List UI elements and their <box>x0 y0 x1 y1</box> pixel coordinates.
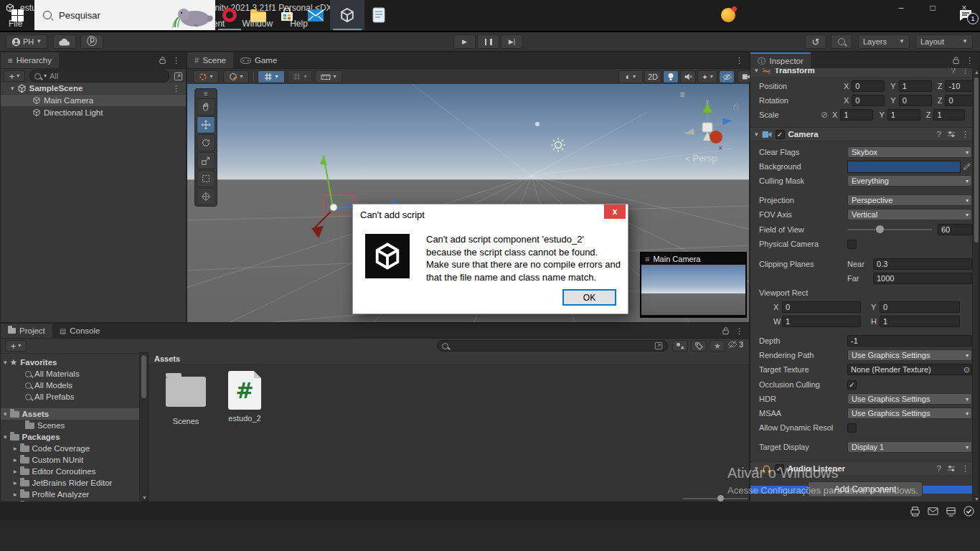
tree-package-row[interactable]: ▸Settings Manager <box>1 500 139 501</box>
tree-package-row[interactable]: ▸Editor Coroutines <box>1 466 139 477</box>
tree-package-row[interactable]: ▸Code Coverage <box>1 443 139 454</box>
start-button[interactable] <box>0 0 34 30</box>
taskbar-store[interactable] <box>273 0 301 30</box>
allow-dynamic-resolution-checkbox[interactable] <box>847 423 857 433</box>
component-menu-icon[interactable]: ⋮ <box>961 68 969 75</box>
scanner-status-icon[interactable] <box>946 506 956 517</box>
add-component-button[interactable]: Add Component <box>808 481 923 497</box>
presets-icon[interactable] <box>947 464 956 473</box>
favorites-all-materials[interactable]: All Materials <box>1 368 139 380</box>
cloud-button[interactable] <box>53 34 76 49</box>
hierarchy-row-main-camera[interactable]: Main Camera <box>1 95 186 106</box>
rendering-path-dropdown[interactable]: Use Graphics Settings <box>847 349 972 361</box>
clear-flags-dropdown[interactable]: Skybox <box>847 146 972 158</box>
scale-x-field[interactable]: 1 <box>840 109 873 121</box>
fov-axis-dropdown[interactable]: Vertical <box>847 209 972 220</box>
pick-window-icon[interactable] <box>654 342 663 350</box>
search-by-type-button[interactable] <box>672 340 688 352</box>
asset-item-scenes[interactable]: Scenes <box>159 371 213 425</box>
lock-icon[interactable] <box>952 56 960 65</box>
hdr-dropdown[interactable]: Use Graphics Settings <box>847 393 972 405</box>
effects-button[interactable]: ✦▾ <box>697 70 717 83</box>
projection-dropdown[interactable]: Perspective <box>847 194 972 206</box>
scene-menu-icon[interactable]: ⋮ <box>172 84 180 93</box>
inspector-tab[interactable]: ⓘ Inspector <box>750 52 811 68</box>
msaa-dropdown[interactable]: Use Graphics Settings <box>847 408 972 419</box>
tree-packages-row[interactable]: ▾ Packages <box>1 431 139 443</box>
link-constrain-icon[interactable]: ⊘ <box>821 110 828 120</box>
favorites-all-prefabs[interactable]: All Prefabs <box>1 391 139 402</box>
background-color-swatch[interactable] <box>847 161 961 173</box>
object-picker-icon[interactable]: ⊙ <box>963 364 970 375</box>
sync-ok-status-icon[interactable] <box>963 506 974 517</box>
hand-tool-button[interactable] <box>197 98 215 116</box>
component-menu-icon[interactable]: ⋮ <box>961 130 969 139</box>
search-button[interactable] <box>831 34 852 49</box>
eyedropper-icon[interactable] <box>961 163 972 171</box>
step-button[interactable]: ▶| <box>501 34 523 49</box>
grid-visibility-button[interactable]: ▾ <box>288 70 312 83</box>
fov-slider[interactable]: 60 <box>847 224 972 235</box>
asset-zoom-slider[interactable] <box>683 495 748 502</box>
inspector-scrollbar[interactable]: ▲ ▼ <box>972 68 979 502</box>
gizmo-lock-icon[interactable] <box>732 103 740 110</box>
target-display-dropdown[interactable]: Display 1 <box>847 441 972 453</box>
viewport-h-field[interactable]: 1 <box>880 316 960 327</box>
scale-tool-button[interactable] <box>197 152 215 169</box>
project-tab[interactable]: Project <box>1 324 52 338</box>
taskbar-notepad[interactable] <box>364 0 393 30</box>
maximize-button[interactable]: □ <box>917 0 948 16</box>
favorites-all-models[interactable]: All Models <box>1 380 139 391</box>
rotation-x-field[interactable]: 0 <box>852 95 885 106</box>
audio-mute-button[interactable] <box>680 70 696 83</box>
pause-button[interactable] <box>477 34 499 49</box>
printer-status-icon[interactable] <box>910 506 920 517</box>
help-icon[interactable]: ? <box>951 68 956 75</box>
pick-window-icon[interactable] <box>174 72 183 81</box>
play-button[interactable]: ▶ <box>453 34 476 49</box>
clipping-far-field[interactable]: 1000 <box>873 273 972 284</box>
tree-package-row[interactable]: ▸Profile Analyzer <box>1 489 139 500</box>
scale-y-field[interactable]: 1 <box>887 109 920 121</box>
transform-tool-button[interactable] <box>197 188 215 205</box>
project-tree-scrollbar[interactable]: ▼ <box>139 352 149 501</box>
console-tab[interactable]: ▤ Console <box>52 324 108 338</box>
scene-tab[interactable]: # Scene <box>187 52 233 68</box>
clipping-near-field[interactable]: 0.3 <box>873 258 972 270</box>
preview-handle-icon[interactable]: ≡ <box>645 255 649 263</box>
overlay-handle[interactable]: ≡ <box>195 89 217 98</box>
shading-mode-button[interactable]: ◐▾ <box>618 70 643 83</box>
pivot-button[interactable]: ▾ <box>223 70 249 83</box>
notification-center-button[interactable]: 1 <box>958 9 973 22</box>
lock-icon[interactable] <box>159 56 166 65</box>
lock-icon[interactable] <box>722 326 730 335</box>
scale-z-field[interactable]: 1 <box>933 109 965 121</box>
rotation-y-field[interactable]: 0 <box>899 95 932 106</box>
hierarchy-row-scene[interactable]: ▾ SampleScene ⋮ <box>1 83 186 94</box>
grid-snapping-button[interactable]: ▾ <box>258 70 285 83</box>
perspective-label[interactable]: <Persp <box>685 153 717 164</box>
tree-package-row[interactable]: ▸JetBrains Rider Editor <box>1 477 139 489</box>
component-menu-icon[interactable]: ⋮ <box>961 464 969 474</box>
asset-item-script[interactable]: # estudo_2 <box>217 371 272 423</box>
scrollbar-thumb[interactable] <box>974 77 979 242</box>
presets-icon[interactable] <box>947 130 956 138</box>
measure-button[interactable]: ▾ <box>315 70 342 83</box>
project-search-input[interactable] <box>437 340 668 352</box>
taskbar-opera[interactable] <box>215 0 244 30</box>
viewport-w-field[interactable]: 1 <box>782 316 861 327</box>
help-icon[interactable]: ? <box>937 464 941 473</box>
plastic-scm-button[interactable]: ⓟ <box>80 34 103 49</box>
target-texture-field[interactable]: None (Render Texture) ⊙ <box>847 364 972 375</box>
tree-assets-row[interactable]: ▾ Assets <box>1 408 139 420</box>
help-icon[interactable]: ? <box>937 130 941 138</box>
viewport-x-field[interactable]: 0 <box>782 301 861 313</box>
layout-dropdown[interactable]: Layout▼ <box>915 34 973 49</box>
game-tab[interactable]: Game <box>233 52 284 68</box>
taskbar-search-box[interactable]: Pesquisar <box>34 0 215 30</box>
tree-package-row[interactable]: ▸Custom NUnit <box>1 454 139 466</box>
slider-handle[interactable] <box>717 495 724 501</box>
hidden-count[interactable]: 3 <box>727 340 743 349</box>
create-asset-button[interactable]: +▾ <box>5 340 27 352</box>
move-tool-button[interactable] <box>197 116 215 133</box>
